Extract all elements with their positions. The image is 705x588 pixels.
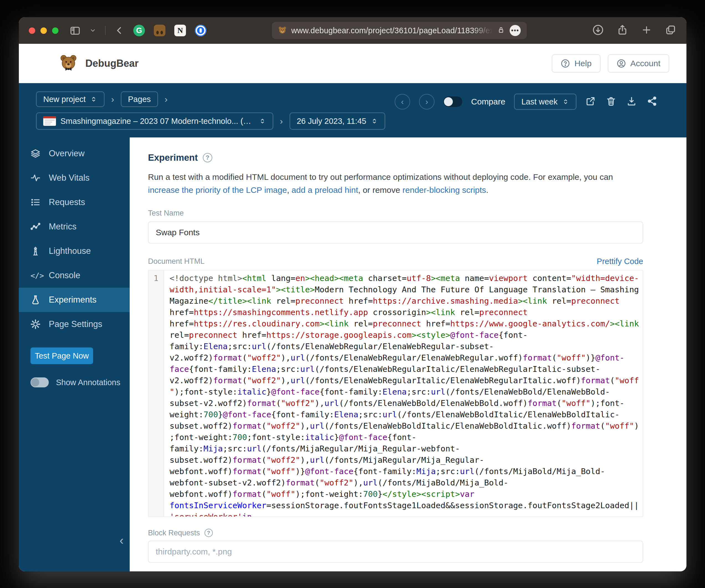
open-external-icon[interactable]: [585, 96, 596, 107]
debugbear-logo: [59, 54, 78, 72]
description-link[interactable]: render-blocking scripts: [403, 185, 486, 195]
flask-icon: [31, 295, 41, 305]
result-controls: ‹ › Compare Last week: [394, 94, 657, 110]
compare-toggle[interactable]: [443, 96, 462, 107]
brand-title: DebugBear: [85, 58, 139, 69]
pages-button-label: Pages: [128, 95, 151, 104]
description-text: .: [486, 185, 488, 195]
site-favicon-bear: [278, 26, 287, 35]
zoom-window-button[interactable]: [52, 28, 58, 34]
sidebar-item-console[interactable]: </> Console: [19, 263, 130, 288]
sidebar-item-label: Console: [49, 271, 80, 281]
show-annotations-label: Show Annotations: [56, 378, 120, 387]
share-network-icon[interactable]: [647, 96, 657, 107]
page-selector-row: Smashingmagazine – 2023 07 Modern-techno…: [36, 112, 657, 130]
page-selector-dropdown[interactable]: Smashingmagazine – 2023 07 Modern-techno…: [36, 112, 273, 130]
sidebar-item-label: Requests: [49, 197, 85, 207]
sidebar-item-label: Web Vitals: [49, 173, 90, 183]
project-dropdown[interactable]: New project: [36, 91, 104, 107]
collapse-sidebar-chevron[interactable]: ‹: [120, 534, 124, 546]
share-icon[interactable]: [617, 24, 628, 37]
back-button[interactable]: [114, 26, 125, 36]
onepassword-extension-icon[interactable]: [195, 24, 206, 36]
grammarly-extension-icon[interactable]: G: [133, 24, 145, 36]
prettify-code-link[interactable]: Prettify Code: [597, 257, 643, 266]
test-name-input[interactable]: [148, 222, 643, 244]
sidebar-item-experiments[interactable]: Experiments: [19, 288, 130, 312]
sidebar-item-page-settings[interactable]: Page Settings: [19, 312, 130, 336]
downloads-icon[interactable]: [592, 24, 604, 37]
sidebar-item-metrics[interactable]: Metrics: [19, 214, 130, 239]
test-name-label: Test Name: [148, 209, 655, 217]
tab-overview-icon[interactable]: [665, 24, 676, 37]
chevrons-updown-icon: [90, 96, 97, 103]
gear-icon: [31, 319, 41, 329]
experiment-panel: Experiment ? Run a test with a modified …: [130, 138, 687, 571]
pulse-icon: [31, 173, 41, 183]
breadcrumb-separator: ›: [280, 116, 283, 126]
help-button[interactable]: Help: [552, 54, 601, 72]
description-link[interactable]: add a preload hint: [291, 185, 358, 195]
block-requests-input[interactable]: [148, 541, 643, 563]
compare-label: Compare: [471, 97, 505, 106]
close-window-button[interactable]: [29, 28, 35, 34]
sidebar-item-web-vitals[interactable]: Web Vitals: [19, 166, 130, 190]
next-result-button[interactable]: ›: [419, 94, 434, 109]
test-page-now-button[interactable]: Test Page Now: [31, 347, 93, 364]
line-chart-icon: [31, 222, 41, 232]
help-circle-icon[interactable]: ?: [203, 153, 212, 162]
toolbar-left-icons: G N: [69, 24, 206, 36]
notion-extension-icon[interactable]: N: [174, 24, 186, 36]
sidebar-item-overview[interactable]: Overview: [19, 141, 130, 166]
new-tab-icon[interactable]: [641, 24, 652, 37]
description-text: , or remove: [358, 185, 403, 195]
document-html-label: Document HTML: [148, 257, 204, 266]
breadcrumb-separator: ›: [164, 94, 168, 104]
list-icon: [31, 197, 41, 207]
chevrons-updown-icon: [259, 117, 266, 125]
experiment-description: Run a test with a modified HTML document…: [148, 171, 644, 197]
sidebar-item-label: Experiments: [49, 295, 96, 305]
description-text: ,: [287, 185, 291, 195]
toolbar-divider: [105, 26, 106, 35]
account-button[interactable]: Account: [608, 54, 669, 72]
sidebar-item-lighthouse[interactable]: Lighthouse: [19, 239, 130, 263]
help-button-label: Help: [574, 59, 592, 68]
result-action-icons: [585, 96, 657, 107]
chevron-down-icon[interactable]: [90, 27, 96, 34]
block-requests-label: Block Requests: [148, 529, 200, 537]
help-circle-icon[interactable]: ?: [204, 529, 213, 537]
pages-button[interactable]: Pages: [121, 91, 158, 107]
description-text: Run a test with a modified HTML document…: [148, 173, 613, 182]
code-brackets-icon: </>: [31, 271, 41, 280]
sidebar-toggle-icon[interactable]: [69, 25, 81, 36]
browser-window: G N www.debugbear.com/project/36101/page…: [19, 17, 687, 571]
range-dropdown[interactable]: Last week: [514, 94, 576, 110]
app-header: DebugBear Help Account: [19, 44, 687, 83]
project-bar: New project › Pages › Smashingmagazine –…: [19, 83, 687, 138]
debugbear-extension-icon[interactable]: [154, 24, 166, 36]
test-date-dropdown[interactable]: 26 July 2023, 11:45: [290, 112, 385, 130]
minimize-window-button[interactable]: [41, 28, 47, 34]
test-date-label: 26 July 2023, 11:45: [297, 117, 366, 126]
description-link[interactable]: increase the priority of the LCP image: [148, 185, 287, 195]
browser-toolbar: G N www.debugbear.com/project/36101/page…: [19, 17, 687, 44]
account-button-label: Account: [630, 59, 660, 68]
show-annotations-toggle[interactable]: [31, 378, 49, 387]
sidebar-item-label: Lighthouse: [49, 246, 91, 256]
lighthouse-icon: [31, 246, 41, 256]
url-text: www.debugbear.com/project/36101/pageLoad…: [291, 26, 492, 35]
previous-result-button[interactable]: ‹: [394, 94, 410, 109]
download-icon[interactable]: [626, 96, 637, 107]
show-annotations-row: Show Annotations: [31, 378, 130, 387]
editor-code-area[interactable]: <!doctype html><html lang=en><head><meta…: [164, 271, 643, 517]
page-thumbnail: [43, 116, 56, 126]
address-bar[interactable]: www.debugbear.com/project/36101/pageLoad…: [272, 22, 527, 39]
sidebar-item-label: Page Settings: [49, 319, 102, 329]
sidebar-item-label: Metrics: [49, 222, 77, 232]
window-controls: [29, 28, 58, 34]
range-dropdown-label: Last week: [521, 97, 558, 106]
delete-icon[interactable]: [606, 96, 616, 107]
sidebar-item-requests[interactable]: Requests: [19, 190, 130, 214]
page-settings-ellipsis-icon[interactable]: •••: [510, 25, 521, 36]
